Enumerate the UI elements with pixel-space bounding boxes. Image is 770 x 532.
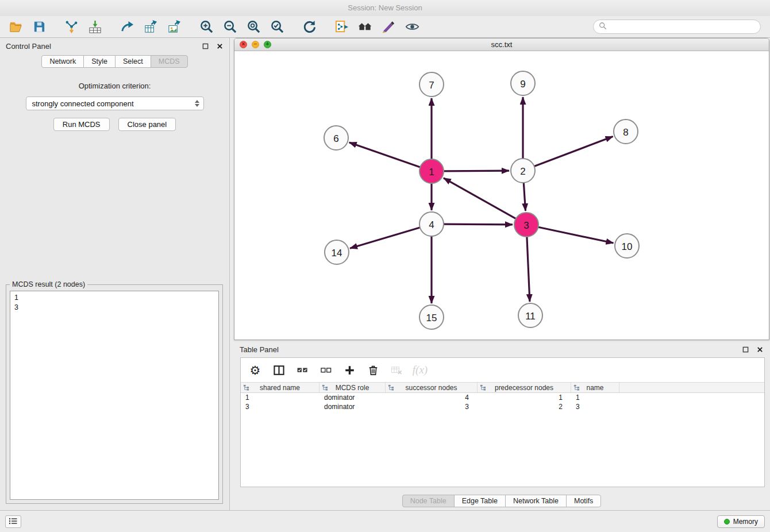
column-header-successor-nodes[interactable]: successor nodes <box>386 383 478 392</box>
table-cell[interactable]: dominator <box>319 393 386 402</box>
tab-select[interactable]: Select <box>115 55 151 68</box>
table-cell[interactable]: dominator <box>319 402 386 411</box>
status-bar: Memory <box>0 510 770 532</box>
eye-icon[interactable] <box>403 18 421 36</box>
graph-node-9[interactable]: 9 <box>511 71 535 95</box>
zoom-out-icon[interactable] <box>221 18 238 36</box>
optimization-dropdown[interactable]: strongly connected component <box>26 97 204 110</box>
main-titlebar: Session: New Session <box>0 0 770 16</box>
control-panel-tabs: NetworkStyleSelectMCDS <box>0 55 229 68</box>
graph-node-11[interactable]: 11 <box>518 303 542 327</box>
close-panel-button[interactable]: Close panel <box>118 118 176 131</box>
table-row[interactable]: 3dominator323 <box>241 402 764 411</box>
table-cell[interactable]: 1 <box>571 393 619 402</box>
select-all-rows-icon[interactable] <box>295 363 309 377</box>
tab-mcds[interactable]: MCDS <box>151 55 188 68</box>
delete-column-icon[interactable] <box>366 363 380 377</box>
graph-node-15[interactable]: 15 <box>419 305 444 329</box>
column-header-predecessor-nodes[interactable]: predecessor nodes <box>478 383 571 392</box>
export-table-icon[interactable] <box>142 18 159 36</box>
table-cell[interactable]: 3 <box>241 402 319 411</box>
tab-network[interactable]: Network <box>41 55 84 68</box>
graph-node-8[interactable]: 8 <box>614 119 638 144</box>
graph-edge-1-2[interactable] <box>444 171 509 171</box>
svg-text:9: 9 <box>520 79 525 90</box>
table-settings-icon[interactable]: ⚙ <box>248 363 262 377</box>
deselect-all-rows-icon[interactable] <box>319 363 333 377</box>
open-session-icon[interactable] <box>7 18 24 36</box>
first-neighbors-icon[interactable] <box>333 18 350 36</box>
svg-text:1: 1 <box>429 167 434 178</box>
float-table-panel-icon[interactable] <box>742 346 749 353</box>
close-panel-icon[interactable] <box>216 43 224 50</box>
table-tab-edge-table[interactable]: Edge Table <box>454 495 506 507</box>
column-header-shared-name[interactable]: shared name <box>241 383 319 392</box>
table-tab-network-table[interactable]: Network Table <box>505 495 567 507</box>
table-cell[interactable]: 1 <box>241 393 319 402</box>
export-image-icon[interactable] <box>165 18 183 36</box>
control-panel: Control Panel NetworkStyleSelectMCDS Opt… <box>0 38 230 510</box>
style-paint-icon[interactable] <box>380 18 397 36</box>
mcds-result-list[interactable]: 13 <box>10 291 219 500</box>
task-list-button[interactable] <box>5 515 21 528</box>
tab-style[interactable]: Style <box>83 55 116 68</box>
graph-edge-2-8[interactable] <box>534 137 613 167</box>
refresh-layout-icon[interactable] <box>301 18 318 36</box>
save-session-icon[interactable] <box>30 18 48 36</box>
graph-edge-2-3[interactable] <box>523 183 525 211</box>
column-header-name[interactable]: name <box>571 383 619 392</box>
table-cell-filler <box>619 402 764 411</box>
column-header-mcds-role[interactable]: MCDS role <box>319 383 386 392</box>
search-box[interactable] <box>593 20 761 34</box>
table-cell[interactable]: 1 <box>478 393 571 402</box>
export-network-icon[interactable] <box>118 18 136 36</box>
zoom-fit-icon[interactable] <box>245 18 262 36</box>
graph-edge-1-6[interactable] <box>349 142 421 167</box>
memory-button[interactable]: Memory <box>717 515 765 528</box>
close-table-panel-icon[interactable] <box>756 346 764 353</box>
table-tab-motifs[interactable]: Motifs <box>566 495 601 507</box>
graph-node-10[interactable]: 10 <box>615 234 639 258</box>
graph-node-2[interactable]: 2 <box>511 159 535 183</box>
toolbar-icon-groups <box>7 18 436 36</box>
graph-edge-4-14[interactable] <box>350 228 420 248</box>
run-mcds-button[interactable]: Run MCDS <box>53 118 110 131</box>
graph-edge-4-3[interactable] <box>444 224 513 225</box>
graph-node-7[interactable]: 7 <box>419 72 444 97</box>
svg-text:4: 4 <box>429 219 434 230</box>
home-icon[interactable] <box>356 18 374 36</box>
graph-node-4[interactable]: 4 <box>419 212 444 236</box>
table-panel-header: Table Panel <box>234 342 769 356</box>
search-input[interactable] <box>610 23 755 31</box>
column-header-filler <box>619 383 764 392</box>
import-network-icon[interactable] <box>63 18 80 36</box>
svg-text:8: 8 <box>623 127 628 138</box>
table-cell[interactable]: 2 <box>478 402 571 411</box>
float-panel-icon[interactable] <box>202 43 209 50</box>
toolbar-group <box>198 18 286 36</box>
svg-text:3: 3 <box>523 220 529 231</box>
import-table-icon[interactable] <box>86 18 103 36</box>
graph-node-6[interactable]: 6 <box>324 126 348 150</box>
graph-node-14[interactable]: 14 <box>325 240 349 264</box>
zoom-selected-icon[interactable] <box>268 18 286 36</box>
table-tab-node-table[interactable]: Node Table <box>402 495 455 507</box>
graph-node-1[interactable]: 1 <box>419 159 444 183</box>
apply-function-icon: f(x) <box>413 363 427 377</box>
svg-text:7: 7 <box>429 80 434 91</box>
zoom-in-icon[interactable] <box>198 18 215 36</box>
network-graph[interactable]: 7968124314101511 <box>234 51 769 340</box>
graph-edge-3-1[interactable] <box>444 178 516 219</box>
vertical-splitter[interactable] <box>230 38 234 510</box>
network-window: scc.txt 7968124314101511 <box>234 38 769 340</box>
graph-edge-3-10[interactable] <box>538 227 614 243</box>
table-cell[interactable]: 4 <box>386 393 478 402</box>
graph-edge-3-11[interactable] <box>527 237 530 302</box>
table-row[interactable]: 1dominator411 <box>241 393 764 402</box>
network-canvas[interactable]: 7968124314101511 <box>234 51 769 340</box>
table-cell[interactable]: 3 <box>571 402 619 411</box>
table-cell[interactable]: 3 <box>386 402 478 411</box>
split-view-icon[interactable] <box>272 363 286 377</box>
add-column-icon[interactable] <box>342 363 356 377</box>
graph-node-3[interactable]: 3 <box>514 213 538 237</box>
